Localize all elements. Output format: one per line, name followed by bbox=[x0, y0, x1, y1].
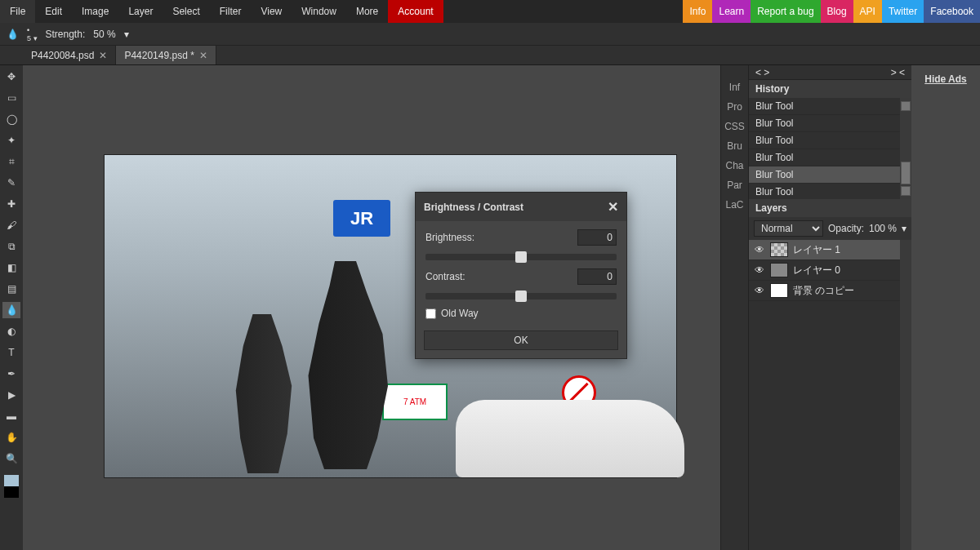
wand-tool[interactable]: ✦ bbox=[2, 132, 20, 149]
history-item[interactable]: Blur Tool bbox=[749, 184, 911, 199]
close-icon[interactable]: ✕ bbox=[99, 50, 107, 61]
eraser-tool[interactable]: ◧ bbox=[2, 259, 20, 276]
panel-tab-par[interactable]: Par bbox=[727, 180, 742, 191]
ext-link-learn[interactable]: Learn bbox=[712, 0, 751, 23]
history-item[interactable]: Blur Tool bbox=[749, 98, 911, 115]
visibility-icon[interactable]: 👁 bbox=[754, 264, 765, 276]
heal-tool[interactable]: ✚ bbox=[2, 196, 20, 212]
menu-account[interactable]: Account bbox=[388, 0, 443, 23]
layer-thumb bbox=[770, 283, 788, 298]
blur-tool[interactable]: 💧 bbox=[2, 302, 20, 318]
visibility-icon[interactable]: 👁 bbox=[754, 285, 765, 296]
foreground-swatch[interactable] bbox=[4, 475, 19, 486]
eyedrop-tool[interactable]: ✎ bbox=[2, 175, 20, 191]
dialog-title: Brightness / Contrast bbox=[424, 202, 523, 213]
ads-panel: Hide Ads bbox=[911, 65, 980, 550]
gradient-tool[interactable]: ▤ bbox=[2, 281, 20, 297]
history-header[interactable]: History bbox=[749, 80, 911, 98]
menu-layer[interactable]: Layer bbox=[118, 0, 163, 23]
layer-row[interactable]: 👁レイヤー 1 bbox=[749, 240, 911, 260]
menu-image[interactable]: Image bbox=[72, 0, 118, 23]
rect-select-tool[interactable]: ▭ bbox=[2, 90, 20, 106]
history-item[interactable]: Blur Tool bbox=[749, 166, 911, 184]
scroll-down-icon[interactable] bbox=[901, 186, 911, 196]
panel-collapse-bar[interactable]: < > > < bbox=[749, 65, 911, 80]
history-item[interactable]: Blur Tool bbox=[749, 115, 911, 132]
contrast-slider[interactable] bbox=[425, 293, 617, 299]
menu-select[interactable]: Select bbox=[163, 0, 209, 23]
dropdown-icon[interactable]: ▾ bbox=[124, 29, 129, 40]
pen-tool[interactable]: ✒ bbox=[2, 366, 20, 382]
menu-file[interactable]: File bbox=[0, 0, 35, 23]
seven-eleven-sign: 7 ATM bbox=[382, 384, 448, 420]
collapsed-panels: Inf Pro CSS Bru Cha Par LaC bbox=[720, 65, 748, 550]
panel-tab-cha[interactable]: Cha bbox=[725, 160, 743, 171]
layers-header[interactable]: Layers bbox=[749, 199, 911, 217]
slider-knob[interactable] bbox=[515, 291, 527, 302]
hand-tool[interactable]: ✋ bbox=[2, 429, 20, 446]
layer-row[interactable]: 👁レイヤー 0 bbox=[749, 260, 911, 281]
tab-label: P4420149.psd * bbox=[124, 50, 194, 61]
visibility-icon[interactable]: 👁 bbox=[754, 244, 765, 255]
history-item[interactable]: Blur Tool bbox=[749, 132, 911, 149]
menu-filter[interactable]: Filter bbox=[210, 0, 252, 23]
close-icon[interactable]: ✕ bbox=[608, 199, 618, 215]
type-tool[interactable]: T bbox=[2, 344, 20, 361]
slider-knob[interactable] bbox=[515, 251, 527, 263]
shape-tool[interactable]: ▬ bbox=[2, 408, 20, 424]
layer-row[interactable]: 👁背景 のコピー bbox=[749, 281, 911, 301]
move-tool[interactable]: ✥ bbox=[2, 69, 20, 85]
dropdown-icon[interactable]: ▾ bbox=[902, 223, 906, 234]
menu-view[interactable]: View bbox=[251, 0, 292, 23]
scroll-up-icon[interactable] bbox=[901, 101, 911, 111]
collapse-right-icon[interactable]: > < bbox=[891, 67, 905, 78]
hide-ads-link[interactable]: Hide Ads bbox=[924, 73, 967, 85]
brightness-input[interactable] bbox=[577, 229, 617, 246]
background-swatch[interactable] bbox=[4, 486, 19, 498]
menu-bar: File Edit Image Layer Select Filter View… bbox=[0, 0, 980, 23]
menu-more[interactable]: More bbox=[346, 0, 388, 23]
panel-tab-info[interactable]: Inf bbox=[729, 82, 740, 93]
collapse-left-icon[interactable]: < > bbox=[755, 67, 769, 78]
opacity-value[interactable]: 100 % bbox=[869, 223, 897, 234]
brush-tool[interactable]: 🖌 bbox=[2, 217, 20, 233]
close-icon[interactable]: ✕ bbox=[199, 50, 207, 61]
panel-tab-css[interactable]: CSS bbox=[724, 121, 745, 132]
ext-link-twitter[interactable]: Twitter bbox=[882, 0, 924, 23]
lasso-tool[interactable]: ◯ bbox=[2, 111, 20, 127]
history-item[interactable]: Blur Tool bbox=[749, 149, 911, 166]
path-select-tool[interactable]: ▶ bbox=[2, 387, 20, 403]
clone-tool[interactable]: ⧉ bbox=[2, 238, 20, 255]
menu-window[interactable]: Window bbox=[292, 0, 346, 23]
canvas-area[interactable]: JR ← 7 ATM Brightness / Contrast ✕ Brigh… bbox=[23, 65, 720, 550]
layer-thumb bbox=[770, 263, 788, 277]
brightness-slider[interactable] bbox=[425, 254, 617, 260]
history-scrollbar[interactable] bbox=[900, 98, 911, 199]
contrast-input[interactable] bbox=[577, 268, 617, 285]
zoom-tool[interactable]: 🔍 bbox=[2, 450, 20, 467]
strength-value[interactable]: 50 % bbox=[93, 29, 115, 40]
tab-doc-1[interactable]: P4420084.psd✕ bbox=[23, 46, 116, 64]
dodge-tool[interactable]: ◐ bbox=[2, 323, 20, 339]
layer-name: レイヤー 0 bbox=[793, 264, 840, 277]
brush-preset-icon[interactable]: •5 ▾ bbox=[27, 26, 38, 42]
old-way-input[interactable] bbox=[425, 308, 436, 319]
ext-link-info[interactable]: Info bbox=[683, 0, 712, 23]
old-way-checkbox[interactable]: Old Way bbox=[425, 308, 617, 319]
blend-mode-select[interactable]: Normal bbox=[754, 220, 823, 237]
panel-tab-lac[interactable]: LaC bbox=[725, 199, 743, 211]
layers-scrollbar[interactable] bbox=[900, 240, 911, 550]
color-swatches[interactable] bbox=[4, 475, 19, 498]
crop-tool[interactable]: ⌗ bbox=[2, 153, 20, 170]
ext-link-facebook[interactable]: Facebook bbox=[924, 0, 980, 23]
menu-edit[interactable]: Edit bbox=[35, 0, 72, 23]
ok-button[interactable]: OK bbox=[424, 330, 618, 350]
panel-tab-pro[interactable]: Pro bbox=[727, 101, 742, 113]
scroll-thumb[interactable] bbox=[901, 162, 911, 184]
tab-doc-2[interactable]: P4420149.psd *✕ bbox=[116, 46, 216, 64]
figure-2 bbox=[227, 314, 301, 473]
panel-tab-bru[interactable]: Bru bbox=[727, 140, 742, 152]
ext-link-api[interactable]: API bbox=[853, 0, 882, 23]
ext-link-blog[interactable]: Blog bbox=[821, 0, 853, 23]
ext-link-report-a-bug[interactable]: Report a bug bbox=[751, 0, 820, 23]
